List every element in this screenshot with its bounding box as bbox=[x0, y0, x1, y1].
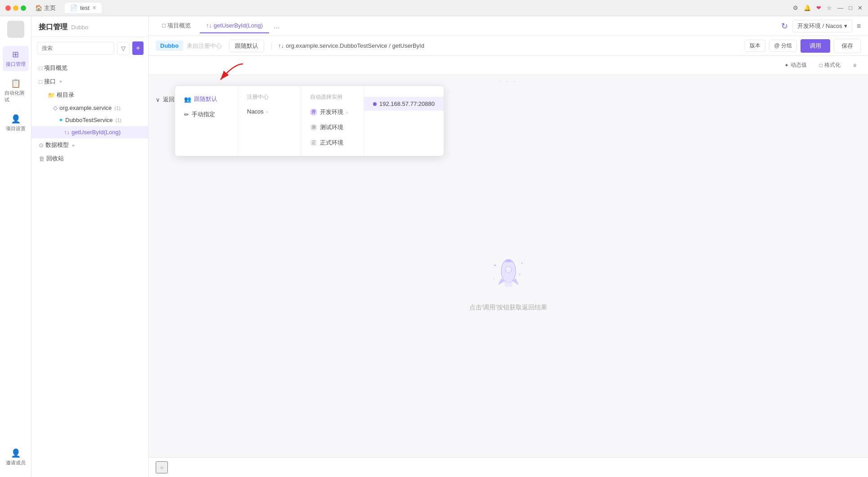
tab-method-icon: ↑↓ bbox=[206, 22, 212, 29]
format-icon: □ bbox=[819, 62, 823, 68]
sidebar-item-label: 邀请成员 bbox=[6, 459, 26, 466]
tree-item-org-service[interactable]: ◇ org.example.service (1) bbox=[31, 102, 148, 114]
folder-icon: 📁 bbox=[48, 92, 55, 99]
settings-icon[interactable]: ⚙ bbox=[793, 5, 798, 11]
auto-test-icon: 📋 bbox=[11, 78, 21, 88]
expand-icon: ▸ bbox=[72, 142, 75, 148]
invoke-button[interactable]: 调用 bbox=[801, 39, 830, 53]
tree-item-dubbo-service[interactable]: ✦ DubboTestService (1) bbox=[31, 114, 148, 126]
service-path-icon: ↑↓ bbox=[278, 42, 284, 49]
browser-home-tab[interactable]: 🏠 主页 bbox=[30, 2, 61, 14]
save-button[interactable]: 保存 bbox=[834, 39, 861, 53]
app-container: ⊞ 接口管理 📋 自动化测试 👤 项目设置 👤 邀请成员 接口管理 Dubbo … bbox=[0, 16, 868, 477]
tree-item-overview[interactable]: □ 项目概览 bbox=[31, 61, 148, 75]
svg-point-3 bbox=[508, 281, 513, 287]
sidebar-item-invite[interactable]: 👤 邀请成员 bbox=[3, 445, 29, 470]
search-input[interactable] bbox=[37, 42, 114, 55]
browser-window-buttons: ⚙ 🔔 ❤ ☆ — □ ✕ bbox=[793, 5, 863, 11]
add-button[interactable]: + bbox=[132, 41, 144, 55]
dropdown-item-follow[interactable]: 👥 跟随默认 bbox=[175, 91, 238, 107]
env-selector[interactable]: 开发环境 / Nacos ▾ bbox=[792, 20, 852, 32]
version-button[interactable]: 版本 bbox=[745, 40, 765, 52]
dynamic-value-button[interactable]: ✦ 动态值 bbox=[780, 59, 811, 71]
dropdown-item-prod[interactable]: 正 正式环境 bbox=[301, 135, 364, 150]
chevron-down-icon: ∨ bbox=[156, 96, 160, 103]
empty-state: 点击'调用'按钮获取返回结果 bbox=[148, 108, 868, 457]
tab-project-overview[interactable]: □ 项目概览 bbox=[156, 18, 197, 34]
collapse-button[interactable]: « bbox=[156, 461, 168, 473]
tree-item-recycle[interactable]: 🗑 回收站 bbox=[31, 152, 148, 165]
instance-address: 192.168.57.77:20880 bbox=[379, 100, 435, 107]
avatar bbox=[7, 21, 24, 38]
interface-mgmt-icon: ⊞ bbox=[12, 50, 19, 59]
tree-item-label: getUserById(Long) bbox=[72, 129, 121, 136]
restore-icon[interactable]: □ bbox=[849, 5, 852, 11]
maximize-window-button[interactable] bbox=[21, 5, 26, 11]
group-button[interactable]: @ 分组 bbox=[769, 40, 797, 52]
empty-text: 点击'调用'按钮获取返回结果 bbox=[469, 304, 547, 312]
overview-icon: □ bbox=[39, 65, 42, 72]
tree-item-get-user[interactable]: ↑↓ getUserById(Long) bbox=[31, 126, 148, 138]
home-icon: 🏠 bbox=[35, 5, 42, 11]
expand-icon: ≡ bbox=[853, 62, 856, 68]
tab-favicon: 📄 bbox=[70, 5, 77, 11]
dev-badge: 开 bbox=[310, 109, 317, 116]
service-icon: ◇ bbox=[53, 104, 58, 111]
close-icon[interactable]: ✕ bbox=[858, 5, 863, 11]
dropdown-item-instance[interactable]: 192.168.57.77:20880 bbox=[364, 97, 444, 111]
tab-overview-icon: □ bbox=[162, 22, 166, 29]
chevron-right-icon: › bbox=[266, 109, 268, 114]
invite-icon: 👤 bbox=[11, 448, 21, 458]
window-controls[interactable] bbox=[5, 5, 26, 11]
home-tab-label: 主页 bbox=[44, 4, 56, 12]
heart-icon[interactable]: ❤ bbox=[816, 5, 821, 11]
tree-item-root[interactable]: 📁 根目录 bbox=[31, 88, 148, 102]
tab-more-button[interactable]: ... bbox=[274, 22, 279, 30]
close-window-button[interactable] bbox=[5, 5, 11, 11]
format-button[interactable]: □ 格式化 bbox=[815, 59, 845, 71]
minimize-icon[interactable]: — bbox=[837, 5, 843, 11]
dropdown-item-nacos[interactable]: Nacos › bbox=[238, 104, 301, 118]
tree-item-label: DubboTestService bbox=[65, 117, 113, 123]
follow-default-button[interactable]: 跟随默认 bbox=[229, 40, 264, 52]
bell-icon[interactable]: 🔔 bbox=[804, 5, 811, 11]
dropdown-item-label: 手动指定 bbox=[192, 110, 215, 118]
dropdown-col-registry: 注册中心 Nacos › bbox=[238, 86, 301, 156]
star-icon[interactable]: ☆ bbox=[827, 5, 832, 11]
sidebar-item-project-settings[interactable]: 👤 项目设置 bbox=[3, 110, 29, 136]
sidebar-item-auto-test[interactable]: 📋 自动化测试 bbox=[3, 75, 29, 107]
service-path-text: org.example.service.DubboTestService / g… bbox=[286, 42, 424, 49]
expand-button[interactable]: ≡ bbox=[849, 60, 861, 70]
tree-item-label: 回收站 bbox=[46, 154, 64, 163]
tab-label: test bbox=[80, 5, 90, 11]
sidebar-item-interface-mgmt[interactable]: ⊞ 接口管理 bbox=[3, 46, 29, 71]
dropdown-item-dev[interactable]: 开 开发环境 › bbox=[301, 104, 364, 120]
chevron-down-icon: ▾ bbox=[844, 23, 847, 29]
tree-item-label: 数据模型 bbox=[45, 141, 69, 149]
sidebar-item-label: 自动化测试 bbox=[4, 90, 27, 103]
tab-close-button[interactable]: ✕ bbox=[92, 5, 96, 11]
chevron-down-icon: ▾ bbox=[59, 79, 62, 85]
tab-get-user-by-id[interactable]: ↑↓ getUserById(Long) bbox=[200, 18, 269, 33]
dropdown-item-test[interactable]: 测 测试环境 bbox=[301, 120, 364, 135]
icon-sidebar: ⊞ 接口管理 📋 自动化测试 👤 项目设置 👤 邀请成员 bbox=[0, 16, 31, 477]
follow-icon: 👥 bbox=[184, 96, 191, 103]
browser-active-tab[interactable]: 📄 test ✕ bbox=[65, 3, 102, 13]
refresh-icon[interactable]: ↻ bbox=[781, 21, 788, 31]
tree-item-data-model[interactable]: ⊙ 数据模型 ▸ bbox=[31, 138, 148, 152]
filter-button[interactable]: ▽ bbox=[117, 42, 130, 55]
minimize-window-button[interactable] bbox=[13, 5, 18, 11]
format-label: 格式化 bbox=[824, 61, 841, 69]
dropdown-item-manual[interactable]: ✏ 手动指定 bbox=[175, 107, 238, 122]
svg-point-5 bbox=[521, 262, 522, 263]
svg-point-7 bbox=[494, 278, 495, 279]
svg-point-6 bbox=[519, 273, 520, 275]
tree-item-interface[interactable]: □ 接口 ▾ bbox=[31, 75, 148, 88]
tree-item-label: 项目概览 bbox=[44, 64, 67, 72]
env-header: 自动选择实例 bbox=[301, 91, 364, 104]
svg-point-4 bbox=[494, 264, 496, 266]
hamburger-icon[interactable]: ≡ bbox=[857, 22, 861, 30]
method-icon: ↑↓ bbox=[64, 129, 70, 136]
dropdown-col-instances: 192.168.57.77:20880 bbox=[364, 86, 444, 156]
tab-label: 项目概览 bbox=[167, 22, 191, 30]
